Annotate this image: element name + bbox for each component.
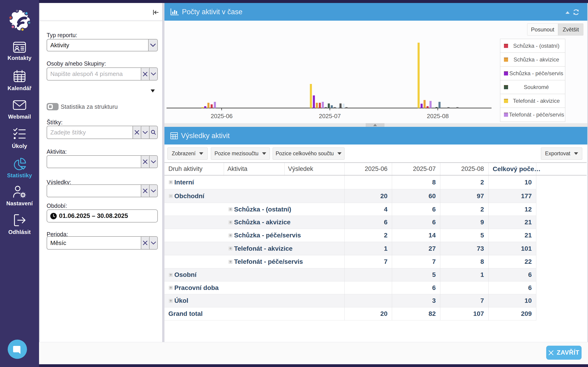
svg-text:2025-08: 2025-08 bbox=[427, 113, 449, 119]
svg-text:2025-07: 2025-07 bbox=[319, 113, 341, 119]
svg-text:2025-06: 2025-06 bbox=[211, 113, 233, 119]
